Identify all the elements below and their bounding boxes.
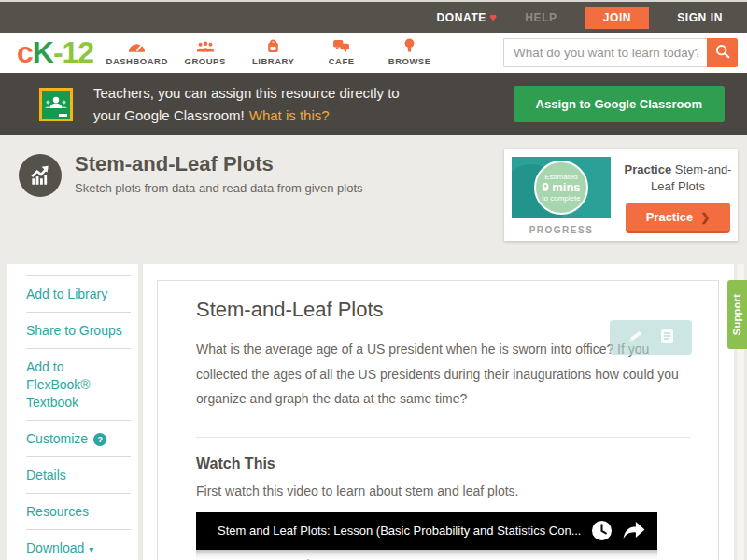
practice-button[interactable]: Practice❯ — [626, 203, 730, 231]
people-icon — [171, 39, 239, 53]
classroom-banner: Teachers, you can assign this resource d… — [0, 73, 747, 135]
chat-bubbles-icon — [307, 39, 375, 53]
sidebar: Add to Library Share to Groups Add to Fl… — [7, 264, 138, 560]
primary-nav: DASHBOARD GROUPS LIBRARY CAFE BROWSE — [103, 39, 444, 66]
nav-library-label: LIBRARY — [239, 56, 307, 66]
concept-header: Stem-and-Leaf Plots Sketch plots from da… — [0, 135, 747, 264]
navbar: cK-12 DASHBOARD GROUPS LIBRARY CAFE — [0, 33, 747, 73]
assign-to-classroom-button[interactable]: Assign to Google Classroom — [514, 86, 725, 122]
content-area: Add to Library Share to Groups Add to Fl… — [0, 264, 747, 560]
nav-dashboard[interactable]: DASHBOARD — [103, 39, 171, 66]
signin-link[interactable]: SIGN IN — [677, 11, 723, 24]
note-icon[interactable] — [660, 329, 674, 347]
video-title-bar: Stem and Leaf Plots: Lesson (Basic Proba… — [196, 512, 657, 550]
practice-card: Estimated 9 mins to complete PROGRESS Pr… — [504, 149, 738, 241]
topbar: DONATE♥ HELP JOIN SIGN IN — [0, 0, 747, 33]
nav-browse-label: BROWSE — [375, 56, 444, 66]
section-divider — [196, 437, 690, 438]
practice-thumbnail[interactable]: Estimated 9 mins to complete — [512, 157, 611, 218]
support-tab[interactable]: Support — [727, 280, 747, 349]
lesson-card: Stem-and-Leaf Plots What is the average … — [157, 280, 719, 560]
heart-icon: ♥ — [489, 10, 497, 24]
highlight-pencil-icon[interactable] — [627, 329, 642, 347]
donate-link[interactable]: DONATE♥ — [437, 10, 498, 24]
nav-groups-label: GROUPS — [171, 56, 239, 66]
sidebar-item-details[interactable]: Details — [26, 456, 131, 493]
join-button[interactable]: JOIN — [585, 7, 649, 29]
ck12-logo[interactable]: cK-12 — [17, 37, 93, 67]
nav-browse[interactable]: BROWSE — [375, 39, 444, 66]
video-handwriting-text: of data — [242, 553, 327, 560]
sidebar-item-resources[interactable]: Resources — [26, 493, 131, 529]
watch-this-text: First watch this video to learn about st… — [196, 483, 681, 498]
sidebar-item-add-to-flexbook[interactable]: Add to FlexBook® Textbook — [26, 348, 131, 420]
nav-cafe-label: CAFE — [307, 56, 375, 66]
watch-this-heading: Watch This — [196, 455, 681, 472]
annotation-toolbar — [610, 320, 692, 355]
classroom-banner-text: Teachers, you can assign this resource d… — [93, 82, 400, 126]
sidebar-item-add-to-library[interactable]: Add to Library — [26, 275, 131, 312]
help-question-icon[interactable]: ? — [93, 433, 106, 446]
search-button[interactable] — [707, 38, 738, 67]
chart-arrow-icon — [19, 154, 62, 197]
search-icon — [715, 44, 730, 62]
watch-later-clock-icon[interactable] — [591, 520, 613, 541]
lightbulb-icon — [375, 39, 444, 53]
practice-title: Practice Stem-and-Leaf Plots — [623, 161, 733, 194]
gauge-icon — [103, 39, 171, 53]
nav-dashboard-label: DASHBOARD — [103, 56, 171, 66]
sidebar-item-customize[interactable]: Customize? — [26, 420, 131, 456]
progress-label: PROGRESS — [512, 225, 611, 235]
video-frame[interactable]: of data — [196, 550, 657, 560]
search-box — [503, 38, 738, 67]
main-panel: Stem-and-Leaf Plots What is the average … — [143, 264, 734, 560]
practice-progress-panel: Estimated 9 mins to complete PROGRESS — [504, 149, 618, 241]
nav-library[interactable]: LIBRARY — [239, 39, 307, 66]
caret-down-icon: ▾ — [89, 544, 93, 554]
google-classroom-icon — [39, 88, 73, 121]
estimated-time-badge: Estimated 9 mins to complete — [534, 161, 588, 215]
video-title[interactable]: Stem and Leaf Plots: Lesson (Basic Proba… — [218, 524, 581, 538]
search-input[interactable] — [503, 38, 707, 67]
lesson-heading: Stem-and-Leaf Plots — [196, 298, 681, 322]
help-link[interactable]: HELP — [525, 11, 557, 24]
nav-groups[interactable]: GROUPS — [171, 39, 239, 66]
nav-cafe[interactable]: CAFE — [307, 39, 375, 66]
video-player[interactable]: Stem and Leaf Plots: Lesson (Basic Proba… — [196, 512, 657, 560]
share-arrow-icon[interactable] — [623, 522, 645, 539]
lesson-intro: What is the average age of a US presiden… — [196, 337, 681, 412]
what-is-this-link[interactable]: What is this? — [249, 107, 330, 123]
chevron-right-icon: ❯ — [700, 211, 710, 224]
sidebar-item-download[interactable]: Download▾ — [26, 529, 131, 560]
backpack-icon — [239, 39, 307, 53]
sidebar-item-share-to-groups[interactable]: Share to Groups — [26, 312, 131, 348]
practice-action-panel: Practice Stem-and-Leaf Plots Practice❯ — [618, 149, 738, 241]
